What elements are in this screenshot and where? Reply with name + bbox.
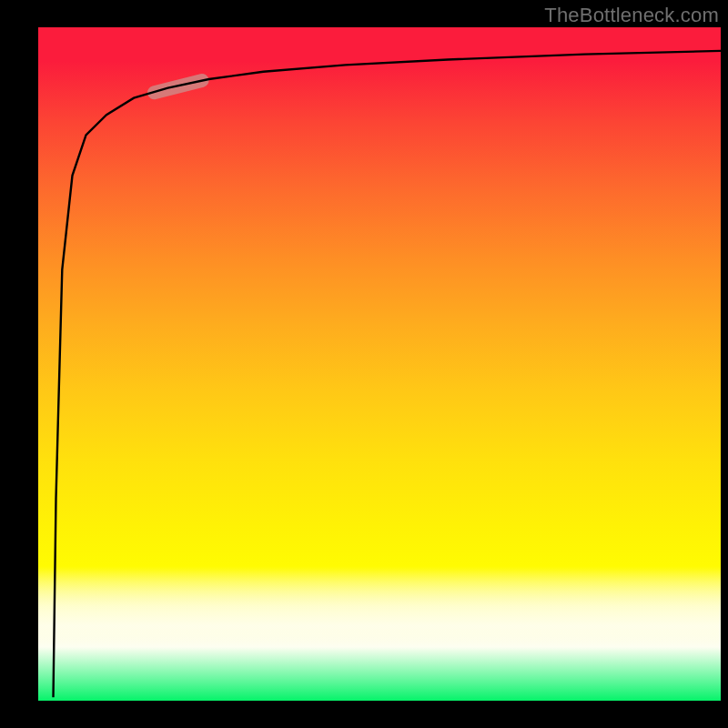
curve-line [54, 51, 722, 697]
pale-haze-band [38, 569, 721, 651]
chart-frame: TheBottleneck.com [0, 0, 728, 728]
plot-area [38, 27, 721, 701]
chart-svg [38, 27, 721, 701]
highlight-segment [155, 80, 203, 92]
attribution-text: TheBottleneck.com [544, 4, 719, 27]
